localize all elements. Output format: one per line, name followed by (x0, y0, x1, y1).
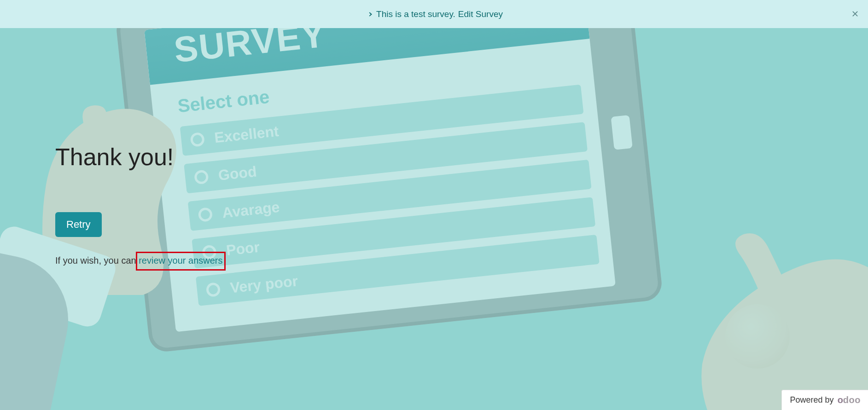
close-icon (852, 9, 858, 19)
banner-content[interactable]: This is a test survey. Edit Survey (365, 9, 503, 19)
powered-by-footer[interactable]: Powered by odoo (781, 390, 868, 410)
review-answers-link[interactable]: review your answers (139, 255, 222, 266)
review-answers-line: If you wish, you can review your answers (55, 255, 868, 266)
retry-button[interactable]: Retry (55, 212, 102, 237)
powered-by-label: Powered by (790, 395, 834, 405)
edit-survey-link[interactable]: Edit Survey (458, 9, 503, 19)
review-prefix-text: If you wish, you can (55, 255, 139, 266)
banner-text: This is a test survey. (376, 9, 455, 19)
page-title: Thank you! (55, 143, 868, 171)
test-survey-banner: This is a test survey. Edit Survey (0, 0, 868, 28)
arrow-right-icon (365, 10, 373, 18)
odoo-logo: odoo (838, 395, 861, 405)
close-banner-button[interactable] (851, 10, 860, 19)
